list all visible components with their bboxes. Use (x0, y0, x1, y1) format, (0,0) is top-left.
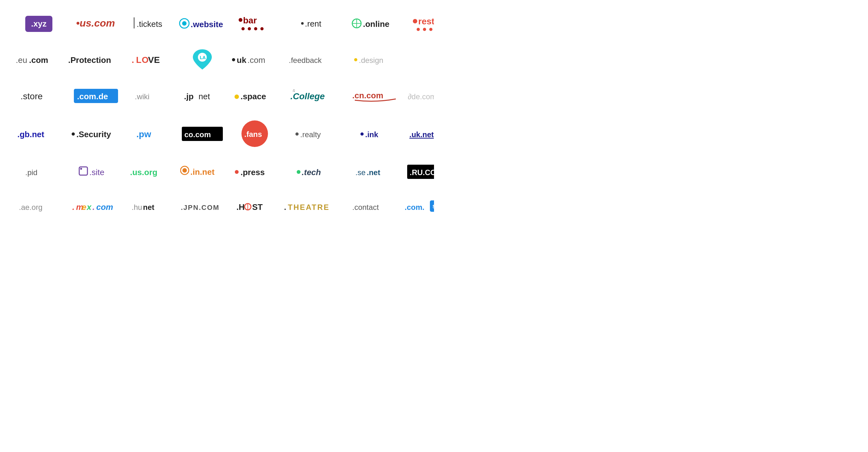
logo-ink[interactable]: .ink (349, 114, 402, 155)
svg-point-4 (182, 21, 187, 26)
logo-jpn-com[interactable]: .JPN.COM (176, 190, 228, 224)
logo-store[interactable]: .store (12, 79, 65, 114)
logo-tech[interactable]: .tech (281, 155, 349, 190)
svg-text:VE: VE (148, 55, 160, 65)
logo-us-org[interactable]: .us.org (127, 155, 176, 190)
logo-wiki[interactable]: .wiki (127, 79, 176, 114)
svg-text:.feedback: .feedback (289, 56, 322, 64)
svg-text:.press: .press (241, 168, 265, 177)
svg-text:.space: .space (241, 92, 266, 101)
svg-text:.: . (92, 202, 95, 212)
svg-text:.rent: .rent (305, 19, 322, 28)
logo-la[interactable]: LA (176, 41, 228, 79)
logo-uk-com[interactable]: uk .com (228, 41, 281, 79)
svg-point-21 (423, 28, 426, 31)
svg-text:.ink: .ink (365, 130, 378, 139)
svg-text:.com.: .com. (405, 203, 425, 211)
svg-point-74 (297, 170, 301, 174)
svg-text:net: net (198, 92, 210, 101)
svg-text:.com: .com (247, 55, 265, 65)
svg-text:.Security: .Security (76, 130, 111, 139)
svg-text:LA: LA (200, 55, 206, 60)
logo-protection[interactable]: .Protection (65, 41, 127, 79)
svg-text:ST: ST (252, 202, 262, 212)
svg-text:.se: .se (355, 168, 366, 177)
logo-in-net[interactable]: .in.net (176, 155, 228, 190)
svg-text:.com.de: .com.de (77, 92, 108, 101)
logo-college[interactable]: ♫ .College (281, 79, 349, 114)
svg-text:.gb.net: .gb.net (18, 130, 44, 139)
logo-row2-empty (402, 41, 434, 79)
svg-text:uk: uk (237, 55, 247, 65)
svg-text:.website: .website (191, 20, 223, 29)
logo-us-com[interactable]: ​•us.com (65, 6, 127, 41)
svg-text:THEATRE: THEATRE (288, 203, 330, 211)
logo-xyz[interactable]: .xyz (12, 6, 65, 41)
svg-text:.pid: .pid (25, 168, 37, 177)
logo-ru-com[interactable]: .RU.COM (402, 155, 434, 190)
logo-com-de[interactable]: .com.de (65, 79, 127, 114)
svg-text:.RU.COM: .RU.COM (410, 168, 434, 177)
logo-uk-net[interactable]: .uk.net (402, 114, 434, 155)
svg-text:.hu: .hu (132, 203, 142, 211)
logo-rent[interactable]: .rent (281, 6, 349, 41)
logo-website[interactable]: .website (176, 6, 228, 41)
logo-feedback[interactable]: .feedback (281, 41, 349, 79)
logo-contact[interactable]: .contact (349, 190, 402, 224)
logo-rest[interactable]: rest (402, 6, 434, 41)
logo-love[interactable]: . L O VE (127, 41, 176, 79)
svg-text:.design: .design (359, 56, 383, 64)
svg-text:.fans: .fans (244, 130, 262, 138)
logo-eu-com[interactable]: .eu .com (12, 41, 65, 79)
logo-de-com[interactable]: ∂de.com (402, 79, 434, 114)
logo-fans[interactable]: .fans (228, 114, 281, 155)
svg-point-61 (361, 133, 364, 136)
svg-text:.site: .site (89, 168, 104, 177)
logo-design[interactable]: .design (349, 41, 402, 79)
logo-host[interactable]: .H ST (228, 190, 281, 224)
svg-text:.cn.com: .cn.com (352, 91, 383, 100)
logo-co-com[interactable]: co.com (176, 114, 228, 155)
svg-rect-1 (133, 18, 135, 28)
svg-text:.contact: .contact (352, 203, 379, 211)
logo-tickets[interactable]: .tickets (127, 6, 176, 41)
logo-theatre[interactable]: . THEATRE (281, 190, 349, 224)
logo-grid: .xyz ​•us.com .tickets .website bar (0, 0, 434, 265)
logo-gb-net[interactable]: .gb.net (12, 114, 65, 155)
svg-point-9 (248, 27, 251, 30)
logo-ae-org[interactable]: .ae.org (12, 190, 65, 224)
svg-point-52 (72, 133, 75, 136)
svg-point-45 (235, 94, 239, 99)
svg-text:L: L (136, 55, 142, 65)
logo-pid[interactable]: .pid (12, 155, 65, 190)
logo-realty[interactable]: .realty (281, 114, 349, 155)
svg-text:x: x (86, 202, 92, 212)
svg-text:.in.net: .in.net (190, 167, 215, 177)
svg-text:.jp: .jp (184, 92, 193, 101)
logo-online[interactable]: .online (349, 6, 402, 41)
logo-site[interactable]: .site (65, 155, 127, 190)
svg-point-22 (429, 28, 432, 31)
svg-text:com: com (96, 202, 113, 212)
logo-press[interactable]: .press (228, 155, 281, 190)
svg-text:•us.com: •us.com (76, 18, 115, 29)
svg-text:.Protection: .Protection (68, 55, 111, 65)
svg-text:.: . (132, 55, 134, 65)
logo-security[interactable]: .Security (65, 114, 127, 155)
svg-text:.JPN.COM: .JPN.COM (181, 203, 219, 211)
logo-com-se[interactable]: .com. se (402, 190, 434, 224)
svg-text:co.com: co.com (184, 130, 211, 139)
logo-hu-net[interactable]: .hu net (127, 190, 176, 224)
logo-bar[interactable]: bar (228, 6, 281, 41)
logo-jp-net[interactable]: .jp net (176, 79, 228, 114)
svg-point-8 (242, 27, 245, 30)
svg-text:.online: .online (363, 19, 390, 29)
svg-text:.us.org: .us.org (130, 168, 157, 177)
logo-space[interactable]: .space (228, 79, 281, 114)
logo-se-net[interactable]: .se .net (349, 155, 402, 190)
svg-text:.: . (72, 202, 74, 212)
logo-cn-com[interactable]: .cn.com (349, 79, 402, 114)
svg-text:O: O (142, 55, 149, 65)
logo-pw[interactable]: .pw (127, 114, 176, 155)
logo-mex-com[interactable]: . m e x . com (65, 190, 127, 224)
